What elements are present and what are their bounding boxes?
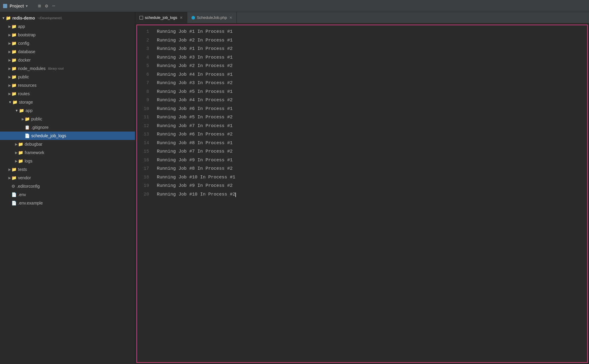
sidebar-item-docker[interactable]: ▶ 📁 docker [0,56,135,64]
sidebar-item-env-example[interactable]: ▶ 📄 .env.example [0,199,135,207]
schedule-job-logs-tab-close[interactable]: ✕ [180,16,183,20]
docker-label: docker [18,58,31,62]
line-number-5: 5 [137,62,149,71]
schedulejob-php-tab-label: ScheduleJob.php [197,15,227,20]
sidebar-item-storage-app[interactable]: ▼ 📁 app [0,106,135,115]
line-number-6: 6 [137,71,149,79]
tests-folder-icon: 📁 [11,167,17,172]
root-path: ~/Development/L [37,16,62,20]
storage-app-public-label: public [31,117,42,121]
env-icon: 📄 [11,192,17,197]
bootstrap-folder-icon: 📁 [11,32,17,37]
line-number-13: 13 [137,130,149,139]
sidebar-item-app[interactable]: ▶ 📁 app [0,22,135,31]
config-label: config [18,41,29,46]
node-modules-folder-icon: 📁 [11,66,17,71]
schedulejob-php-tab-close[interactable]: ✕ [229,16,232,20]
framework-arrow: ▶ [15,151,17,155]
app-folder-icon: 📁 [11,24,17,29]
sidebar-item-editorconfig[interactable]: ▶ ⚙ .editorconfig [0,182,135,190]
code-line-18: Running Job #10 In Process #1 [157,173,587,182]
code-line-4: Running Job #3 In Process #1 [157,53,587,62]
sidebar-item-debugbar[interactable]: ▶ 📁 debugbar [0,140,135,148]
sidebar-item-public[interactable]: ▶ 📁 public [0,73,135,81]
sidebar-item-resources[interactable]: ▶ 📁 resources [0,81,135,89]
public-folder-icon: 📁 [11,74,17,79]
window-icon [3,4,7,8]
env-example-label: .env.example [18,201,43,205]
line-number-16: 16 [137,156,149,165]
env-example-icon: 📄 [11,201,17,205]
sidebar-item-schedule-job-logs[interactable]: ▶ 📄 schedule_job_logs [0,132,135,140]
title-bar-actions: ⊞ ⚙ — [37,2,56,10]
node-modules-badge: library root [48,67,64,70]
storage-app-public-icon: 📁 [25,117,30,121]
line-number-20: 20 [137,190,149,199]
tab-schedule-job-logs[interactable]: schedule_job_logs ✕ [135,12,187,23]
sidebar-item-framework[interactable]: ▶ 📁 framework [0,148,135,157]
code-line-17: Running Job #8 In Process #2 [157,165,587,173]
editor-area: schedule_job_logs ✕ ScheduleJob.php ✕ 12… [135,12,589,364]
line-number-7: 7 [137,79,149,88]
public-label: public [18,74,29,79]
sidebar-item-env[interactable]: ▶ 📄 .env [0,190,135,199]
node-modules-arrow: ▶ [8,67,11,71]
project-dropdown[interactable]: Project ▼ [10,4,28,8]
settings-icon[interactable]: ⚙ [44,2,49,10]
root-label: redis-demo [12,16,35,20]
sidebar-item-bootstrap[interactable]: ▶ 📁 bootstrap [0,31,135,39]
schedulejob-php-tab-icon [191,16,195,20]
tab-schedulejob-php[interactable]: ScheduleJob.php ✕ [187,12,237,23]
sidebar-item-config[interactable]: ▶ 📁 config [0,39,135,47]
chevron-down-icon: ▼ [25,4,28,8]
node-modules-label: node_modules [18,66,46,71]
sidebar-item-gitignore[interactable]: ▶ 📋 .gitignore [0,123,135,132]
line-number-10: 10 [137,105,149,114]
code-lines[interactable]: Running Job #1 In Process #1Running Job … [152,25,587,362]
sidebar-item-tests[interactable]: ▶ 📁 tests [0,165,135,174]
code-line-2: Running Job #2 In Process #1 [157,36,587,45]
code-line-12: Running Job #7 In Process #1 [157,122,587,131]
sidebar-item-node-modules[interactable]: ▶ 📁 node_modules library root [0,64,135,73]
sidebar-item-vendor[interactable]: ▶ 📁 vendor [0,174,135,182]
resources-arrow: ▶ [8,83,11,87]
line-numbers: 1234567891011121314151617181920 [137,25,152,362]
sidebar[interactable]: ▼ 📁 redis-demo ~/Development/L ▶ 📁 app ▶… [0,12,135,364]
gitignore-label: .gitignore [31,125,49,130]
sidebar-item-routes[interactable]: ▶ 📁 routes [0,89,135,98]
tests-arrow: ▶ [8,168,11,171]
routes-label: routes [18,91,30,96]
code-line-15: Running Job #7 In Process #2 [157,147,587,156]
code-line-10: Running Job #6 In Process #1 [157,105,587,114]
debugbar-arrow: ▶ [15,142,17,146]
public-arrow: ▶ [8,75,11,79]
sidebar-item-database[interactable]: ▶ 📁 database [0,47,135,56]
sidebar-item-logs[interactable]: ▶ 📁 logs [0,157,135,165]
root-folder-icon: 📁 [6,16,11,20]
logs-arrow: ▶ [15,159,17,163]
line-number-3: 3 [137,45,149,53]
schedule-job-logs-tab-label: schedule_job_logs [145,15,177,20]
minimize-icon[interactable]: — [51,2,56,10]
line-number-15: 15 [137,147,149,156]
logs-folder-icon: 📁 [18,159,23,163]
code-line-11: Running Job #5 In Process #2 [157,113,587,122]
code-line-14: Running Job #8 In Process #1 [157,139,587,148]
code-line-13: Running Job #6 In Process #2 [157,130,587,139]
database-arrow: ▶ [8,50,11,54]
code-line-9: Running Job #4 In Process #2 [157,96,587,105]
sidebar-item-storage[interactable]: ▼ 📁 storage [0,98,135,106]
code-line-3: Running Job #1 In Process #2 [157,45,587,53]
framework-folder-icon: 📁 [18,150,23,155]
app-arrow: ▶ [8,25,11,29]
logs-label: logs [25,159,32,163]
storage-folder-icon: 📁 [12,100,17,105]
sidebar-item-storage-app-public[interactable]: ▶ 📁 public [0,115,135,123]
line-number-11: 11 [137,113,149,122]
database-label: database [18,49,35,54]
layout-icon[interactable]: ⊞ [37,2,42,10]
sidebar-root[interactable]: ▼ 📁 redis-demo ~/Development/L [0,14,135,22]
routes-folder-icon: 📁 [11,91,17,96]
storage-app-public-arrow: ▶ [22,117,24,121]
config-arrow: ▶ [8,41,11,45]
